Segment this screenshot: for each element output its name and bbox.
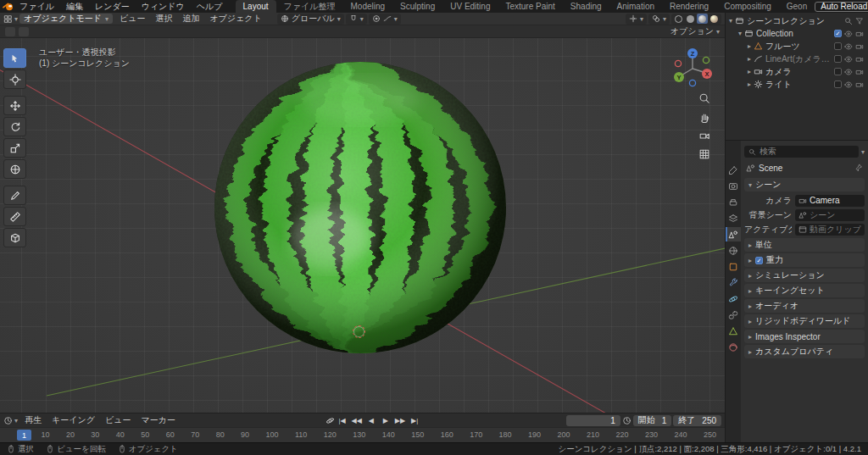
viewport-menu-item[interactable]: ビュー [114,13,150,25]
workspace-tab[interactable]: UV Editing [442,0,498,13]
app-menu-item[interactable]: ヘルプ [191,0,229,13]
properties-tab-render[interactable] [726,179,741,193]
playhead[interactable]: 1 [17,430,31,441]
panel-header[interactable]: ▸Images Inspector [744,330,865,343]
properties-tab-material[interactable] [726,340,741,354]
app-menu-item[interactable]: ウィンドウ [136,0,191,13]
chevron-right-icon[interactable]: ▸ [748,80,751,88]
clock-icon[interactable] [622,416,632,425]
pan-hand-icon[interactable] [698,111,710,123]
panel-checkbox[interactable]: ✓ [755,257,763,264]
camera-icon[interactable] [855,30,864,38]
property-field[interactable]: シーン [795,209,865,221]
outliner-row[interactable]: ▸ライト [726,78,868,91]
play-reverse-button[interactable]: ◀ [364,415,378,426]
timeline-editor-icon[interactable] [3,416,13,425]
selectability-checkbox[interactable] [834,42,842,50]
chevron-right-icon[interactable]: ▸ [748,55,751,63]
overlays-dropdown[interactable]: ▾ [648,14,670,25]
eye-icon[interactable] [844,30,853,38]
properties-tab-physics[interactable] [726,291,741,306]
timeline-menu-item[interactable]: 再生 [19,414,47,426]
eye-icon[interactable] [844,80,853,89]
tool-cursor-button[interactable] [3,69,26,89]
properties-tab-object[interactable] [726,259,741,274]
tool-annotate-button[interactable] [3,186,26,205]
shading-wireframe-button[interactable] [673,14,684,24]
properties-search-input[interactable]: 検索 [744,146,859,158]
timeline-ruler[interactable]: 1 11020304050607080901001101201301401501… [0,427,725,442]
camera-icon[interactable] [855,55,864,64]
show-gizmo-dropdown[interactable]: ▾ [626,14,647,25]
properties-tab-tool[interactable] [726,163,741,177]
outliner-row[interactable]: ▸カメラ [726,65,868,78]
transform-orientation-dropdown[interactable]: グローバル ▾ [277,14,344,25]
chevron-down-icon[interactable]: ▾ [861,148,865,156]
workspace-tab[interactable]: ファイル整理 [276,0,343,13]
current-frame-field[interactable]: 1 [566,415,620,426]
outliner-row[interactable]: ▸LineArt(カメラ視点) [726,53,868,65]
app-menu-item[interactable]: 編集 [60,0,89,13]
selectability-checkbox[interactable] [834,80,842,88]
selectability-checkbox[interactable] [834,68,842,75]
zoom-icon[interactable] [698,92,710,104]
workspace-tab[interactable]: Layout [236,0,276,13]
panel-header[interactable]: ▸✓重力 [744,253,865,267]
workspace-tab[interactable]: Texture Paint [498,0,562,13]
mode-dropdown[interactable]: オブジェクトモード ▾ [19,14,113,24]
camera-icon[interactable] [855,68,864,76]
workspace-tab[interactable]: Modeling [342,0,392,13]
chevron-down-icon[interactable]: ▾ [738,30,742,37]
panel-header-scene[interactable]: ▾シーン [744,178,865,191]
tool-measure-button[interactable] [3,207,26,226]
tool-rotate-button[interactable] [3,117,26,136]
properties-tab-world[interactable] [726,243,741,258]
ortho-toggle-icon[interactable] [698,148,710,160]
tool-select-box-button[interactable] [3,48,26,68]
play-button[interactable]: ▶ [379,415,392,426]
options-label[interactable]: オプション [670,25,714,37]
pin-icon[interactable] [854,164,863,172]
editor-type-icon[interactable] [3,14,13,24]
properties-tab-constraints[interactable] [726,308,741,322]
panel-header[interactable]: ▸リジッドボディワールド [744,314,865,328]
tool-transform-button[interactable] [3,159,26,179]
timeline-menu-item[interactable]: マーカー [136,414,180,426]
properties-tab-view-layer[interactable] [726,211,741,225]
panel-header[interactable]: ▸カスタムプロパティ [744,345,865,358]
properties-tab-scene[interactable] [726,227,741,241]
panel-header[interactable]: ▸オーディオ [744,299,865,313]
frame-end-field[interactable]: 終了 250 [673,415,721,426]
selectability-checkbox[interactable] [834,55,842,63]
viewport-menu-item[interactable]: 選択 [150,13,177,25]
viewport-menu-item[interactable]: オブジェクト [204,13,266,25]
shading-material-button[interactable] [697,14,708,24]
outliner-row[interactable]: ▸フルーツ [726,40,868,53]
tool-settings-icon[interactable] [19,27,29,36]
frame-start-field[interactable]: 開始 1 [633,415,672,426]
outliner-row[interactable]: ▾シーンコレクション [726,14,868,27]
auto-key-icon[interactable] [326,416,335,425]
panel-header[interactable]: ▸シミュレーション [744,269,865,282]
chevron-right-icon[interactable]: ▸ [748,68,751,75]
outliner-row[interactable]: ▾Collection✓ [726,27,868,40]
tool-settings-icon[interactable] [5,27,15,36]
workspace-tab[interactable]: Compositing [716,0,779,13]
eye-icon[interactable] [844,68,853,76]
navigation-gizmo[interactable]: Z X Y [670,45,715,89]
panel-header[interactable]: ▸単位 [744,238,865,252]
workspace-tab[interactable]: Rendering [662,0,716,13]
app-menu-item[interactable]: レンダー [89,0,136,13]
blender-logo-icon[interactable] [3,0,14,13]
viewport-menu-item[interactable]: 追加 [177,13,204,25]
search-icon[interactable] [844,17,853,25]
shading-solid-button[interactable] [685,14,696,24]
prev-keyframe-button[interactable]: ◀◀ [350,415,364,426]
app-menu-item[interactable]: ファイル [14,0,60,13]
clear-icon[interactable] [854,196,861,205]
viewport-3d[interactable]: ユーザー・透視投影 (1) シーンコレクション Z X Y [0,38,725,413]
proportional-edit-toggle[interactable]: ▾ [369,14,401,25]
chevron-right-icon[interactable]: ▸ [748,42,751,50]
camera-icon[interactable] [855,80,864,89]
chevron-down-icon[interactable]: ▾ [729,17,732,25]
